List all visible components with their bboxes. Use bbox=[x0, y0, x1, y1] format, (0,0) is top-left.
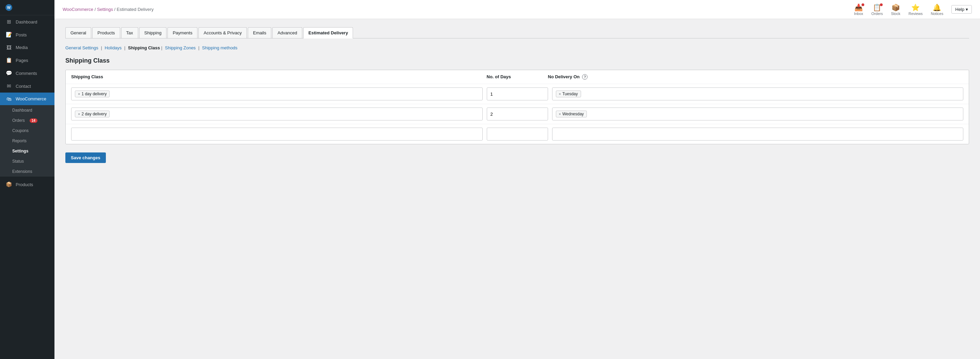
days-input-2[interactable] bbox=[487, 108, 548, 121]
sidebar-item-label: Products bbox=[16, 182, 33, 187]
save-changes-button[interactable]: Save changes bbox=[65, 152, 106, 163]
woo-reports-label: Reports bbox=[12, 138, 27, 143]
reviews-icon: ⭐ bbox=[911, 3, 920, 11]
sidebar-item-label: Pages bbox=[16, 58, 28, 63]
stock-label: Stock bbox=[891, 11, 900, 16]
sidebar-item-woo-settings[interactable]: Settings bbox=[0, 146, 54, 156]
tab-shipping[interactable]: Shipping bbox=[139, 27, 167, 38]
topbar-reviews[interactable]: ⭐ Reviews bbox=[908, 3, 923, 16]
tab-estimated-delivery[interactable]: Estimated Delivery bbox=[303, 27, 353, 38]
sidebar-item-woo-reports[interactable]: Reports bbox=[0, 136, 54, 146]
sidebar-item-comments[interactable]: 💬 Comments bbox=[0, 67, 54, 79]
sidebar-item-pages[interactable]: 📋 Pages bbox=[0, 54, 54, 67]
col-no-delivery-header: No Delivery On ? bbox=[548, 74, 964, 79]
sidebar-item-products[interactable]: 📦 Products bbox=[0, 178, 54, 191]
tab-accounts-privacy[interactable]: Accounts & Privacy bbox=[199, 27, 247, 38]
sidebar-item-label: Media bbox=[16, 45, 27, 50]
woo-dashboard-label: Dashboard bbox=[12, 108, 32, 113]
tag-2-day: × 2 day delivery bbox=[75, 111, 110, 118]
topbar-icons: 📥 Inbox 📋 Orders 📦 Stock ⭐ Reviews 🔔 Not… bbox=[854, 3, 972, 16]
tag-remove-icon[interactable]: × bbox=[78, 92, 80, 96]
sidebar-item-label: Comments bbox=[16, 71, 37, 76]
subnav-holidays[interactable]: Holidays bbox=[105, 45, 121, 50]
sidebar-item-woo-orders[interactable]: Orders 14 bbox=[0, 115, 54, 125]
content-area: General Products Tax Shipping Payments A… bbox=[54, 19, 980, 359]
contact-icon: ✉ bbox=[5, 83, 12, 89]
tag-tuesday: × Tuesday bbox=[556, 91, 581, 97]
tab-emails[interactable]: Emails bbox=[248, 27, 271, 38]
orders-icon: 📋 bbox=[873, 3, 881, 11]
woo-status-label: Status bbox=[12, 159, 24, 164]
table-row: × 1 day delivery × Tuesday bbox=[66, 84, 969, 104]
no-delivery-input-1[interactable]: × Tuesday bbox=[552, 87, 964, 100]
table-row bbox=[66, 124, 969, 144]
dashboard-icon: ⊞ bbox=[5, 19, 12, 25]
reviews-label: Reviews bbox=[908, 11, 923, 16]
shipping-class-input-2[interactable]: × 2 day delivery bbox=[71, 108, 483, 121]
pages-icon: 📋 bbox=[5, 57, 12, 63]
subnav-shipping-methods[interactable]: Shipping methods bbox=[202, 45, 238, 50]
sidebar-item-label: WooCommerce bbox=[16, 96, 46, 102]
help-button[interactable]: Help ▾ bbox=[951, 5, 972, 14]
topbar-stock[interactable]: 📦 Stock bbox=[891, 3, 900, 16]
tab-tax[interactable]: Tax bbox=[121, 27, 138, 38]
wp-logo-icon: W bbox=[5, 4, 12, 11]
media-icon: 🖼 bbox=[5, 44, 12, 50]
sidebar-item-woo-coupons[interactable]: Coupons bbox=[0, 125, 54, 136]
days-input-1[interactable] bbox=[487, 87, 548, 100]
woo-orders-label: Orders bbox=[12, 118, 25, 123]
tag-remove-icon[interactable]: × bbox=[559, 92, 561, 96]
tab-advanced[interactable]: Advanced bbox=[272, 27, 302, 38]
no-delivery-input-2[interactable]: × Wednesday bbox=[552, 108, 964, 121]
tab-general[interactable]: General bbox=[65, 27, 91, 38]
col-days-header: No. of Days bbox=[487, 74, 548, 79]
orders-label: Orders bbox=[872, 11, 883, 16]
no-delivery-help-icon[interactable]: ? bbox=[582, 74, 587, 79]
woocommerce-icon: 🛍 bbox=[5, 96, 12, 102]
sidebar-item-woo-extensions[interactable]: Extensions bbox=[0, 167, 54, 176]
table-row: × 2 day delivery × Wednesday bbox=[66, 104, 969, 124]
sidebar-item-label: Posts bbox=[16, 32, 27, 37]
sub-nav: General Settings | Holidays | Shipping C… bbox=[65, 45, 969, 50]
sidebar-item-woo-dashboard[interactable]: Dashboard bbox=[0, 105, 54, 115]
days-input-3[interactable] bbox=[487, 128, 548, 141]
tag-wednesday: × Wednesday bbox=[556, 111, 587, 118]
woo-extensions-label: Extensions bbox=[12, 169, 32, 174]
topbar-inbox[interactable]: 📥 Inbox bbox=[854, 3, 863, 16]
sidebar-item-woocommerce[interactable]: 🛍 WooCommerce bbox=[0, 92, 54, 105]
tag-remove-icon[interactable]: × bbox=[78, 112, 80, 116]
inbox-label: Inbox bbox=[854, 11, 863, 16]
stock-icon: 📦 bbox=[891, 3, 900, 11]
shipping-class-input-1[interactable]: × 1 day delivery bbox=[71, 87, 483, 100]
no-delivery-input-3[interactable] bbox=[552, 128, 964, 141]
table-header: Shipping Class No. of Days No Delivery O… bbox=[66, 70, 969, 84]
tab-products[interactable]: Products bbox=[92, 27, 120, 38]
subnav-shipping-zones[interactable]: Shipping Zones bbox=[165, 45, 196, 50]
notices-label: Notices bbox=[931, 11, 943, 16]
sidebar-item-contact[interactable]: ✉ Contact bbox=[0, 79, 54, 92]
breadcrumb-settings[interactable]: Settings bbox=[97, 7, 113, 12]
orders-badge: 14 bbox=[30, 118, 37, 123]
woo-coupons-label: Coupons bbox=[12, 128, 29, 133]
notices-icon: 🔔 bbox=[933, 3, 941, 11]
sidebar: W ⊞ Dashboard 📝 Posts 🖼 Media 📋 Pages 💬 … bbox=[0, 0, 54, 359]
breadcrumb-current: Estimated Delivery bbox=[117, 7, 154, 12]
products-icon: 📦 bbox=[5, 181, 12, 187]
subnav-general-settings[interactable]: General Settings bbox=[65, 45, 99, 50]
help-label: Help bbox=[955, 7, 964, 12]
sidebar-item-dashboard[interactable]: ⊞ Dashboard bbox=[0, 15, 54, 28]
tab-payments[interactable]: Payments bbox=[167, 27, 197, 38]
sidebar-item-woo-status[interactable]: Status bbox=[0, 156, 54, 167]
topbar-orders[interactable]: 📋 Orders bbox=[872, 3, 883, 16]
sidebar-item-label: Dashboard bbox=[16, 19, 37, 24]
sidebar-item-posts[interactable]: 📝 Posts bbox=[0, 28, 54, 41]
shipping-class-input-3[interactable] bbox=[71, 128, 483, 141]
topbar-notices[interactable]: 🔔 Notices bbox=[931, 3, 943, 16]
tag-remove-icon[interactable]: × bbox=[559, 112, 561, 116]
inbox-icon: 📥 bbox=[854, 3, 863, 11]
help-chevron-icon: ▾ bbox=[966, 7, 968, 12]
tag-1-day: × 1 day delivery bbox=[75, 91, 110, 97]
main-area: WooCommerce / Settings / Estimated Deliv… bbox=[54, 0, 980, 359]
breadcrumb-woocommerce[interactable]: WooCommerce bbox=[63, 7, 93, 12]
sidebar-item-media[interactable]: 🖼 Media bbox=[0, 41, 54, 54]
